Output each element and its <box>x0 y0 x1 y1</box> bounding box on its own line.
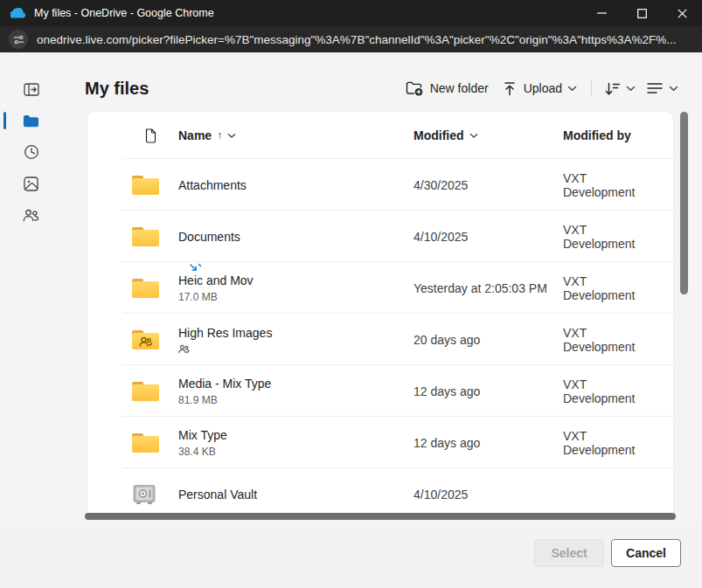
chevron-down-icon <box>626 86 636 92</box>
modified-date: Yesterday at 2:05:03 PM <box>414 281 563 295</box>
chevron-down-icon <box>469 133 478 139</box>
file-name: High Res Images <box>178 325 414 341</box>
window-titlebar: My files - OneDrive - Google Chrome <box>0 0 702 26</box>
window-title: My files - OneDrive - Google Chrome <box>34 7 581 19</box>
file-name: Personal Vault <box>178 487 414 502</box>
image-icon <box>24 176 38 191</box>
command-bar: New folder Upload <box>399 76 684 100</box>
file-name: Attachments <box>178 177 414 193</box>
column-header-name[interactable]: Name ↑ <box>178 128 414 142</box>
folder-icon <box>131 277 160 300</box>
chevron-down-icon <box>567 86 577 92</box>
file-name: Heic and Mov <box>178 273 414 288</box>
list-view-icon <box>646 82 664 94</box>
table-row[interactable]: Media - Mix Type 81.9 MB 12 days ago VXT… <box>87 365 673 417</box>
shared-people-icon <box>178 344 414 354</box>
sort-descending-icon <box>604 81 621 96</box>
file-size: 17.0 MB <box>178 291 414 303</box>
close-button[interactable] <box>662 0 702 26</box>
sidebar-item-photos[interactable] <box>0 168 62 199</box>
horizontal-scrollbar[interactable] <box>85 513 676 520</box>
sort-button[interactable] <box>599 77 641 100</box>
personal-vault-icon <box>131 483 157 506</box>
table-row[interactable]: Heic and Mov 17.0 MB Yesterday at 2:05:0… <box>87 262 673 314</box>
people-icon <box>23 209 39 222</box>
site-settings-icon[interactable] <box>9 30 28 49</box>
panel-expand-icon <box>24 83 39 96</box>
chevron-down-icon <box>669 86 678 92</box>
modified-by: VXT Development <box>563 377 673 405</box>
file-list: Name ↑ Modified Modified by <box>87 112 673 513</box>
chevron-down-icon <box>227 133 236 139</box>
sidebar-item-expand-navigation[interactable] <box>0 73 62 105</box>
sidebar-item-my-files[interactable] <box>0 105 62 136</box>
new-folder-button[interactable]: New folder <box>399 76 496 100</box>
view-options-button[interactable] <box>641 78 684 99</box>
modified-date: 4/30/2025 <box>414 178 563 192</box>
modified-by: VXT Development <box>563 326 673 354</box>
modified-date: 4/10/2025 <box>414 230 563 244</box>
upload-button[interactable]: Upload <box>496 77 584 100</box>
table-header: Name ↑ Modified Modified by <box>87 112 673 159</box>
browser-url-bar[interactable]: onedrive.live.com/picker?filePicker=%7B"… <box>0 26 702 52</box>
modified-by: VXT Development <box>563 429 673 457</box>
sidebar-item-recent[interactable] <box>0 136 62 168</box>
table-row[interactable]: Attachments 4/30/2025 VXT Development <box>87 159 673 211</box>
table-row[interactable]: Personal Vault 4/10/2025 <box>87 468 673 513</box>
maximize-button[interactable] <box>622 0 662 26</box>
modified-date: 12 days ago <box>414 436 563 450</box>
folder-icon <box>131 432 160 454</box>
modified-date: 4/10/2025 <box>414 488 563 502</box>
folder-icon <box>131 174 160 197</box>
file-size: 38.4 KB <box>178 446 414 458</box>
new-folder-label: New folder <box>430 81 489 95</box>
upload-icon <box>503 81 517 96</box>
table-row[interactable]: High Res Images 20 days ago VXT Developm… <box>87 314 673 365</box>
click-effect-icon <box>189 263 202 275</box>
shared-folder-icon <box>131 329 160 351</box>
column-header-modified[interactable]: Modified <box>414 128 563 142</box>
document-type-column-icon[interactable] <box>144 128 156 143</box>
new-folder-icon <box>406 80 423 96</box>
modified-by: VXT Development <box>563 274 673 302</box>
minimize-button[interactable] <box>581 0 622 26</box>
table-row[interactable]: Documents 4/10/2025 VXT Development <box>87 211 673 262</box>
navigation-sidebar <box>0 73 62 231</box>
upload-label: Upload <box>524 81 562 95</box>
cancel-button[interactable]: Cancel <box>611 539 681 567</box>
modified-by: VXT Development <box>563 223 673 251</box>
modified-date: 20 days ago <box>414 333 563 347</box>
modified-date: 12 days ago <box>414 384 563 398</box>
onedrive-logo-icon <box>10 8 25 18</box>
page-title: My files <box>85 79 149 99</box>
url-text[interactable]: onedrive.live.com/picker?filePicker=%7B"… <box>37 33 677 46</box>
folder-icon <box>23 114 39 128</box>
sidebar-item-shared[interactable] <box>0 199 62 231</box>
file-name: Documents <box>178 229 414 245</box>
folder-icon <box>131 225 160 248</box>
sort-ascending-indicator: ↑ <box>217 129 222 142</box>
picker-footer: Select Cancel <box>0 526 702 588</box>
table-row[interactable]: Mix Type 38.4 KB 12 days ago VXT Develop… <box>87 417 673 468</box>
file-name: Mix Type <box>178 427 414 443</box>
column-header-modified-by[interactable]: Modified by <box>563 128 661 142</box>
select-button[interactable]: Select <box>534 539 604 567</box>
file-size: 81.9 MB <box>178 394 414 406</box>
file-name: Media - Mix Type <box>178 376 414 391</box>
folder-icon <box>131 380 160 403</box>
modified-by: VXT Development <box>563 171 673 199</box>
toolbar-divider <box>591 80 592 97</box>
vertical-scrollbar[interactable] <box>680 112 688 294</box>
clock-icon <box>24 144 39 160</box>
